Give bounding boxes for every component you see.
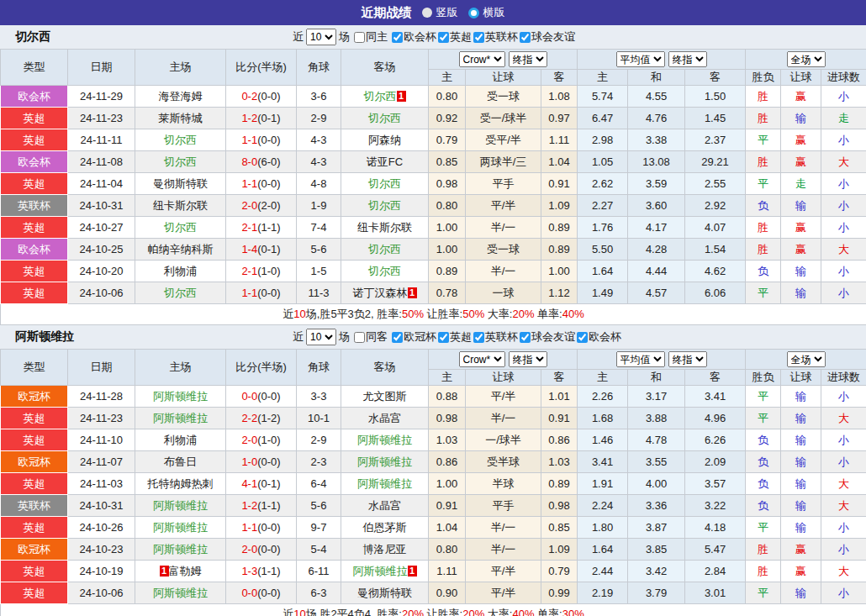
scope-group-header: 全场 — [746, 350, 866, 370]
league-filter[interactable]: 英超 — [436, 329, 472, 345]
fulltime-score: 1-0 — [241, 455, 257, 468]
league-checkbox[interactable] — [392, 32, 403, 43]
match-row: 欧会杯24-11-08切尔西8-0(6-0)4-3诺亚FC0.85两球半/三1.… — [1, 151, 866, 173]
summary-text: 近10场,胜2平4负4, 胜率:20% 让胜率:20% 大率:40% 单率:30… — [1, 604, 866, 616]
final-odds-select-2[interactable]: 终指 — [668, 51, 707, 67]
league-filter-label: 英联杯 — [485, 329, 518, 345]
recent-count-select[interactable]: 10 — [306, 29, 336, 45]
average-select[interactable]: 平均值 — [616, 351, 665, 367]
goals-result-cell: 大 — [821, 561, 866, 582]
halftime-score: (1-0) — [257, 434, 280, 446]
match-row: 欧冠杯24-10-23阿斯顿维拉2-0(0-0)5-4博洛尼亚0.80半/一1.… — [1, 539, 866, 561]
odds-away-cell: 0.89 — [541, 239, 578, 261]
result-cell: 负 — [746, 473, 781, 495]
score-cell: 1-1(0-0) — [226, 129, 297, 151]
radio-vertical-label[interactable]: 竖版 — [436, 5, 458, 20]
odds-home-cell: 0.98 — [429, 408, 466, 429]
league-filter[interactable]: 英超 — [436, 29, 472, 45]
league-checkbox[interactable] — [438, 332, 449, 343]
score-cell: 2-0(0-0) — [226, 539, 297, 561]
league-badge: 英联杯 — [1, 495, 68, 517]
halftime-score: (0-1) — [257, 112, 280, 124]
match-row: 英超24-11-04曼彻斯特联1-1(0-0)4-8切尔西0.98平手0.912… — [1, 173, 866, 195]
avg-away-cell: 6.26 — [685, 429, 746, 451]
home-team-name: 切尔西 — [164, 221, 197, 234]
league-filter[interactable]: 欧冠杯 — [390, 329, 436, 345]
col-header-corner: 角球 — [297, 350, 341, 386]
radio-unselected-icon[interactable] — [422, 8, 432, 18]
away-team-name: 水晶宫 — [368, 412, 401, 424]
match-row: 英超24-10-20利物浦2-1(1-0)1-5切尔西0.89半/一1.001.… — [1, 261, 866, 282]
handicap-result-cell: 输 — [781, 261, 821, 282]
avg-home-cell: 2.27 — [578, 195, 628, 217]
league-badge: 英超 — [1, 561, 68, 582]
away-team-name: 切尔西 — [364, 90, 397, 103]
league-filter-label: 英超 — [450, 29, 472, 45]
section-chelsea: 切尔西 近 10 场 同主 欧会杯英超英联杯球会友谊 类型 日期 主场 — [0, 25, 866, 325]
radio-selected-icon[interactable] — [468, 8, 479, 18]
league-checkbox[interactable] — [392, 332, 403, 343]
avg-home-cell: 2.62 — [578, 173, 628, 195]
handicap-cell: 受一/球半 — [466, 108, 541, 129]
home-team-name: 帕纳辛纳科斯 — [148, 243, 214, 255]
same-venue-label: 同主 — [366, 29, 388, 45]
goals-result-cell: 小 — [821, 129, 866, 151]
date-cell: 24-11-23 — [68, 108, 135, 129]
league-filter[interactable]: 球会友谊 — [518, 29, 575, 45]
league-checkbox[interactable] — [438, 32, 449, 43]
average-select[interactable]: 平均值 — [616, 51, 665, 67]
league-filter[interactable]: 英联杯 — [472, 329, 518, 345]
odds-away-cell: 0.91 — [541, 173, 578, 195]
same-venue-filter[interactable]: 同主 — [352, 29, 388, 45]
score-cell: 1-3(1-1) — [226, 561, 297, 582]
league-filter[interactable]: 欧会杯 — [575, 329, 621, 345]
away-team-cell: 尤文图斯 — [341, 386, 429, 408]
league-checkbox[interactable] — [473, 32, 484, 43]
odds-away-cell: 0.98 — [541, 495, 578, 517]
corners-cell: 6-4 — [297, 473, 341, 495]
league-checkbox[interactable] — [473, 332, 484, 343]
same-venue-filter[interactable]: 同客 — [352, 329, 388, 345]
league-checkbox[interactable] — [577, 332, 588, 343]
league-checkbox[interactable] — [520, 332, 531, 343]
same-venue-checkbox[interactable] — [354, 32, 365, 43]
layout-radio-horizontal[interactable]: 横版 — [468, 5, 505, 20]
sub-header-handicap: 让球 — [466, 370, 541, 386]
same-venue-checkbox[interactable] — [354, 332, 365, 343]
away-team-cell: 伯恩茅斯 — [341, 517, 429, 539]
avg-away-cell: 29.21 — [685, 151, 746, 173]
goals-result-cell: 大 — [821, 495, 866, 517]
result-cell: 胜 — [746, 86, 781, 108]
date-cell: 24-11-23 — [68, 408, 135, 429]
final-odds-select-2[interactable]: 终指 — [668, 351, 707, 367]
corners-cell: 5-6 — [297, 239, 341, 261]
home-team-cell: 1富勒姆 — [135, 561, 226, 582]
result-cell: 负 — [746, 195, 781, 217]
radio-horizontal-label[interactable]: 横版 — [483, 5, 505, 20]
halftime-score: (0-0) — [257, 287, 280, 299]
match-row: 英超24-11-23莱斯特城1-2(0-1)2-9切尔西0.92受一/球半0.9… — [1, 108, 866, 129]
league-filter[interactable]: 欧会杯 — [390, 29, 436, 45]
fulltime-select[interactable]: 全场 — [787, 51, 826, 67]
col-header-score: 比分(半场) — [226, 50, 297, 86]
recent-count-select[interactable]: 10 — [306, 329, 336, 345]
layout-radio-vertical[interactable]: 竖版 — [422, 5, 458, 20]
final-odds-select[interactable]: 终指 — [509, 51, 547, 67]
corners-cell: 10-1 — [297, 408, 341, 429]
fulltime-select[interactable]: 全场 — [787, 351, 826, 367]
match-row: 欧会杯24-11-29海登海姆0-2(0-0)3-6切尔西10.80受一球1.0… — [1, 86, 866, 108]
league-checkbox[interactable] — [520, 32, 531, 43]
league-filter[interactable]: 英联杯 — [472, 29, 518, 45]
summary-text-part: 场,胜5平3负2, 胜率: — [306, 308, 402, 320]
home-team-name: 利物浦 — [164, 265, 197, 277]
bookmaker-select[interactable]: Crow* — [459, 51, 505, 67]
league-filter[interactable]: 球会友谊 — [518, 329, 575, 345]
bookmaker-select[interactable]: Crow* — [459, 351, 505, 367]
final-odds-select[interactable]: 终指 — [509, 351, 547, 367]
col-header-type: 类型 — [1, 50, 68, 86]
summary-text-part: 单率: — [534, 608, 562, 616]
home-team-name: 切尔西 — [164, 134, 197, 146]
away-team-cell: 诺亚FC — [341, 151, 429, 173]
home-team-name: 阿斯顿维拉 — [153, 587, 208, 599]
summary-text: 近10场,胜5平3负2, 胜率:50% 让胜率:50% 大率:20% 单率:40… — [1, 304, 866, 325]
